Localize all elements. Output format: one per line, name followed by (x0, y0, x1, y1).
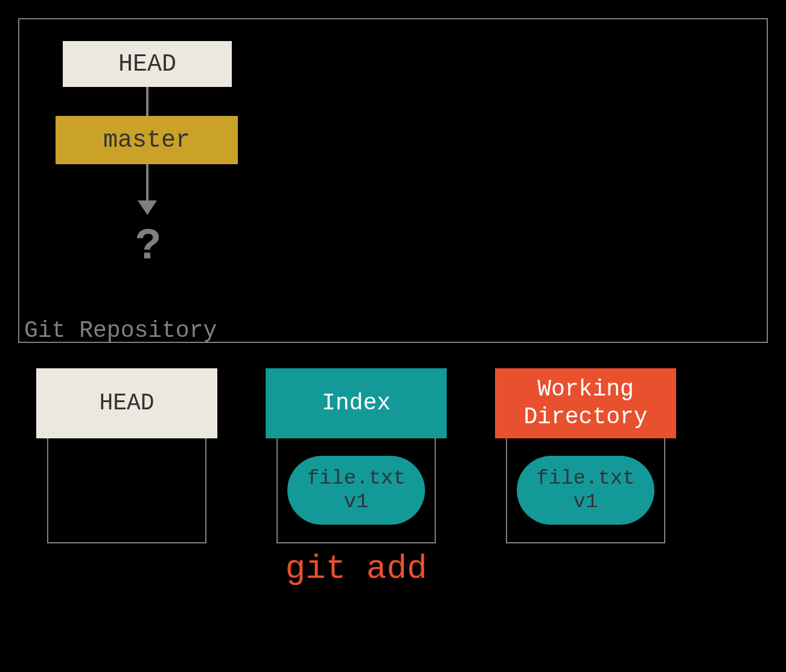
head-area-label: HEAD (99, 389, 154, 417)
working-file-pill: file.txt v1 (517, 456, 654, 525)
arrow-master-to-unknown-head (138, 200, 157, 215)
arrow-master-to-unknown-line (146, 164, 149, 203)
master-label: master (103, 127, 190, 154)
head-area: HEAD (36, 368, 217, 543)
index-area-label: Index (322, 389, 391, 417)
working-directory-area: Working Directory file.txt v1 (495, 368, 676, 543)
unknown-commit-icon: ? (135, 222, 161, 272)
git-command-label: git add (266, 549, 447, 588)
head-area-body (47, 438, 206, 543)
index-area: Index file.txt v1 (266, 368, 447, 543)
head-area-header: HEAD (36, 368, 217, 438)
working-directory-body: file.txt v1 (506, 438, 665, 543)
index-file-pill: file.txt v1 (287, 456, 424, 525)
repository-label: Git Repository (24, 318, 217, 344)
index-file-name: file.txt (307, 467, 405, 490)
index-area-header: Index (266, 368, 447, 438)
head-label: HEAD (118, 51, 176, 78)
working-file-name: file.txt (536, 467, 634, 490)
index-area-body: file.txt v1 (276, 438, 436, 543)
arrow-head-to-master (146, 87, 149, 116)
master-branch-box: master (56, 116, 238, 164)
git-repository-box: HEAD master ? Git Repository (18, 18, 768, 343)
head-pointer-box: HEAD (63, 41, 232, 87)
index-file-version: v1 (344, 490, 369, 513)
working-directory-label: Working Directory (523, 376, 647, 430)
working-directory-header: Working Directory (495, 368, 676, 438)
working-file-version: v1 (574, 490, 598, 513)
